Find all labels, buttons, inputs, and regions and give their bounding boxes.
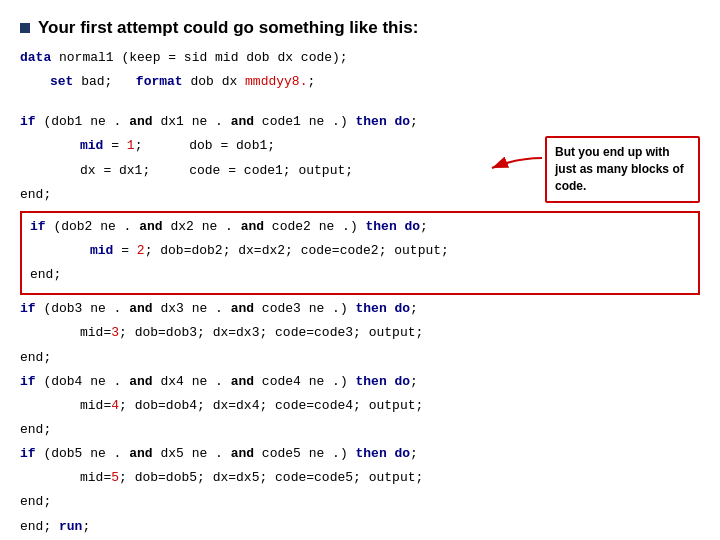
code-line-if4: if (dob4 ne . and dx4 ne . and code4 ne … (20, 372, 700, 392)
kw-run: run (59, 519, 82, 534)
code-line-mid4: mid=4; dob=dob4; dx=dx4; code=code4; out… (80, 396, 700, 416)
slide-container: Your first attempt could go something li… (0, 0, 720, 540)
code-line-if1: if (dob1 ne . and dx1 ne . and code1 ne … (20, 112, 700, 132)
code-line-set: set bad; format dob dx mmddyy8.; (50, 72, 700, 92)
kw-format: format (136, 74, 183, 89)
code-line-run: end; run; (20, 517, 700, 537)
kw-if4: if (20, 374, 36, 389)
code-line-end5: end; (20, 492, 700, 512)
callout-text: But you end up with just as many blocks … (555, 145, 684, 193)
code-line-if2: if (dob2 ne . and dx2 ne . and code2 ne … (30, 217, 690, 237)
content-area: data normal1 (keep = sid mid dob dx code… (20, 48, 700, 537)
callout-arrow (487, 148, 547, 178)
code-line-if3: if (dob3 ne . and dx3 ne . and code3 ne … (20, 299, 700, 319)
kw-if2: if (30, 219, 46, 234)
kw-data: data (20, 50, 51, 65)
slide-title: Your first attempt could go something li… (38, 18, 418, 38)
code-line-end3: end; (20, 348, 700, 368)
kw-if3: if (20, 301, 36, 316)
code-line-mid2: mid = 2; dob=dob2; dx=dx2; code=code2; o… (90, 241, 690, 261)
bullet-icon (20, 23, 30, 33)
val-5: 5 (111, 470, 119, 485)
val-4: 4 (111, 398, 119, 413)
kw-set: set (50, 74, 73, 89)
title-row: Your first attempt could go something li… (20, 18, 700, 38)
kw-then3: then do (355, 301, 410, 316)
kw-then5: then do (355, 446, 410, 461)
callout-box: But you end up with just as many blocks … (545, 136, 700, 202)
val-2: 2 (137, 243, 145, 258)
mid-callout-area: mid = 1; dob = dob1; dx = dx1; code = co… (20, 136, 700, 180)
kw-then4: then do (355, 374, 410, 389)
kw-mid1: mid (80, 138, 103, 153)
code-line-mid3: mid=3; dob=dob3; dx=dx3; code=code3; out… (80, 323, 700, 343)
red-box: if (dob2 ne . and dx2 ne . and code2 ne … (20, 211, 700, 295)
code-line-mid5: mid=5; dob=dob5; dx=dx5; code=code5; out… (80, 468, 700, 488)
kw-if5: if (20, 446, 36, 461)
kw-if1: if (20, 114, 36, 129)
kw-then2: then do (365, 219, 420, 234)
val-3: 3 (111, 325, 119, 340)
code-line-if5: if (dob5 ne . and dx5 ne . and code5 ne … (20, 444, 700, 464)
kw-then1: then do (355, 114, 410, 129)
code-line-end4: end; (20, 420, 700, 440)
kw-mid2: mid (90, 243, 113, 258)
code-line-end2: end; (30, 265, 690, 285)
code-line-data: data normal1 (keep = sid mid dob dx code… (20, 48, 700, 68)
val-1: 1 (127, 138, 135, 153)
mmddyy-value: mmddyy8. (245, 74, 307, 89)
